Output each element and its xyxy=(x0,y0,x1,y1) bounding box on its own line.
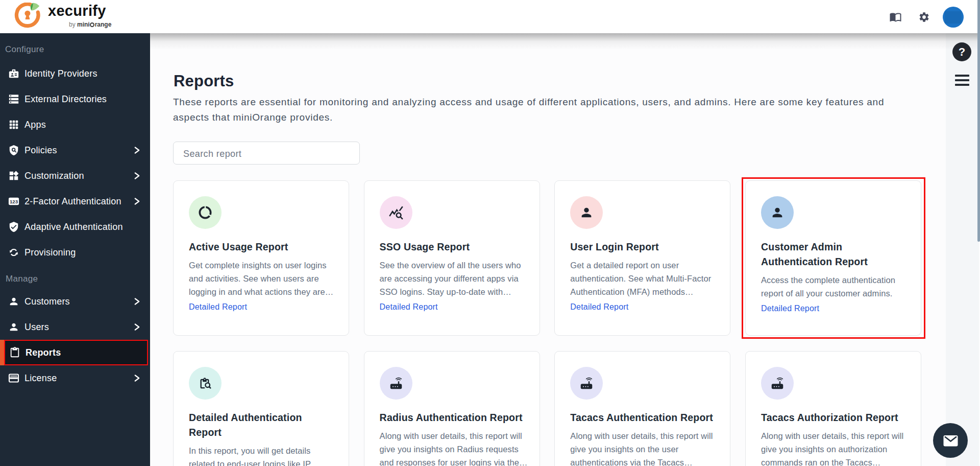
svg-text:123: 123 xyxy=(10,199,18,204)
